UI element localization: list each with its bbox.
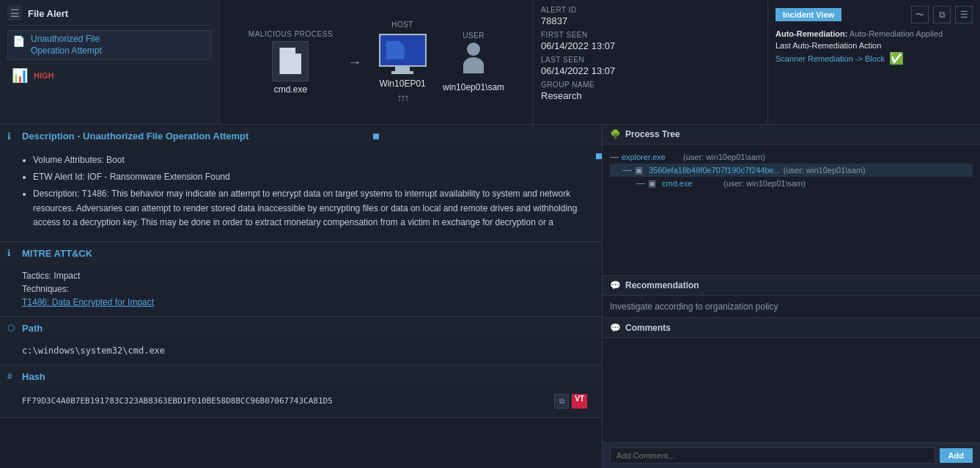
comments-icon: 💬 bbox=[610, 323, 621, 333]
scanner-remediation-link[interactable]: Scanner Remediation -> Block bbox=[775, 54, 885, 63]
hash-icon: # bbox=[7, 371, 16, 381]
comments-body bbox=[603, 338, 980, 443]
monitor-icon bbox=[377, 32, 428, 76]
mitre-header: ℹ MITRE ATT&CK bbox=[0, 242, 602, 265]
attack-flow-panel: MALICIOUS PROCESS cmd.exe → HOST Win10EP… bbox=[220, 0, 533, 124]
waveform-icon-btn[interactable]: 〜 bbox=[911, 6, 929, 23]
path-value: c:\windows\system32\cmd.exe bbox=[22, 345, 165, 356]
alert-info-panel: ☰ File Alert 📄 Unauthorized File Operati… bbox=[0, 0, 220, 124]
alert-item[interactable]: 📄 Unauthorized File Operation Attempt bbox=[7, 30, 212, 60]
first-seen-label: FIRST SEEN bbox=[541, 31, 760, 39]
user-label: USER bbox=[463, 32, 485, 40]
mitre-technique-link[interactable]: T1486: Data Encrypted for Impact bbox=[22, 297, 154, 307]
explorer-user: (user: win10ep01\sam) bbox=[683, 153, 765, 161]
recommendation-title: Recommendation bbox=[625, 280, 699, 290]
tree-item-explorer[interactable]: — explorer.exe (user: win10ep01\sam) bbox=[610, 150, 973, 164]
last-seen-label: LAST SEEN bbox=[541, 56, 760, 64]
auto-remediation-value: Auto-Remediation Applied bbox=[850, 29, 943, 38]
process-file-icon bbox=[272, 41, 309, 81]
description-title: Description - Unauthorized File Operatio… bbox=[22, 131, 248, 142]
severity-item: 📊 HIGH bbox=[7, 65, 212, 87]
bullet1: Volume Attributes: Boot bbox=[33, 153, 587, 167]
severity-label: HIGH bbox=[34, 71, 54, 80]
right-content: 🌳 Process Tree — explorer.exe (user: win… bbox=[602, 125, 980, 468]
scroll-marker bbox=[596, 153, 602, 159]
monitor-inner bbox=[386, 41, 405, 59]
description-paragraph: Description: T1486: This behavior may in… bbox=[33, 187, 587, 230]
monitor-base bbox=[391, 71, 413, 74]
flow-container: MALICIOUS PROCESS cmd.exe → HOST Win10EP… bbox=[248, 21, 504, 103]
user-avatar-icon bbox=[460, 43, 487, 79]
comments-footer: Add bbox=[603, 442, 980, 468]
auto-remediation-label: Auto-Remediation: bbox=[775, 29, 847, 38]
vt-badge[interactable]: VT bbox=[572, 394, 587, 409]
hash-actions: ⧉ VT bbox=[554, 394, 587, 409]
group-name-row: GROUP NAME Research bbox=[541, 81, 760, 101]
last-seen-row: LAST SEEN 06/14/2022 13:07 bbox=[541, 56, 760, 76]
hash-section: # Hash FF79D3C4A0B7EB191783C323AB8363EBD… bbox=[0, 365, 602, 418]
host-name: Win10EP01 bbox=[379, 78, 425, 89]
malicious-process-label: MALICIOUS PROCESS bbox=[248, 30, 333, 38]
tree-item-hash[interactable]: — ▣ 3560efa18b48f0e707f190c7f244be... (u… bbox=[610, 164, 973, 177]
flow-arrows-down: ↑↑↑ bbox=[397, 92, 408, 103]
comments-section: 💬 Comments Add bbox=[603, 318, 980, 469]
severity-icon: 📊 bbox=[12, 67, 28, 84]
hash-value: FF79D3C4A0B7EB191783C323AB8363EBD1FD10BE… bbox=[22, 396, 548, 406]
recommendation-section: 💬 Recommendation Investigate according t… bbox=[603, 276, 980, 318]
mitre-body: Tactics: Impact Techniques: T1486: Data … bbox=[0, 265, 602, 316]
tree-cmd-box-icon: ▣ bbox=[648, 178, 656, 189]
host-label: HOST bbox=[391, 21, 413, 29]
group-name-label: GROUP NAME bbox=[541, 81, 760, 89]
file-icon: 📄 bbox=[12, 35, 25, 47]
tree-item-cmd[interactable]: — ▣ cmd.exe (user: win10ep01\sam) bbox=[610, 177, 973, 190]
bullet3: Description: T1486: This behavior may in… bbox=[33, 187, 587, 230]
add-comment-button[interactable]: Add bbox=[940, 448, 973, 463]
path-section: ⬡ Path c:\windows\system32\cmd.exe bbox=[0, 317, 602, 365]
user-node: USER win10ep01\sam bbox=[443, 32, 504, 92]
recommendation-header: 💬 Recommendation bbox=[603, 276, 980, 296]
user-body bbox=[463, 57, 484, 73]
host-node: HOST Win10EP01 ↑↑↑ bbox=[377, 21, 428, 103]
first-seen-value: 06/14/2022 13:07 bbox=[541, 40, 760, 51]
cmd-process-name: cmd.exe bbox=[662, 179, 721, 188]
incident-panel: Incident View 〜 ⧉ ☰ Auto-Remediation: Au… bbox=[767, 0, 980, 124]
copy-icon-btn[interactable]: ⧉ bbox=[933, 6, 951, 23]
recommendation-body: Investigate according to organization po… bbox=[603, 296, 980, 318]
path-header: ⬡ Path bbox=[0, 317, 602, 340]
alert-line2: Operation Attempt bbox=[31, 45, 102, 57]
process-tree-header: 🌳 Process Tree bbox=[603, 125, 980, 145]
hash-process-user: (user: win10ep01\sam) bbox=[784, 166, 866, 175]
recommendation-icon: 💬 bbox=[610, 280, 621, 290]
tree-dash-2: — bbox=[636, 178, 645, 189]
list-icon-btn[interactable]: ☰ bbox=[955, 6, 973, 23]
tree-dash-0: — bbox=[610, 152, 619, 162]
last-seen-value: 06/14/2022 13:07 bbox=[541, 65, 760, 76]
explorer-process-name: explorer.exe bbox=[622, 153, 680, 161]
file-alert-icon: ☰ bbox=[7, 6, 22, 21]
group-name-value: Research bbox=[541, 90, 760, 101]
tactics-value: Impact bbox=[54, 271, 80, 281]
incident-header: Incident View 〜 ⧉ ☰ bbox=[775, 6, 973, 23]
description-body: Volume Attributes: Boot ETW Alert Id: IO… bbox=[0, 147, 602, 241]
left-content: ℹ Description - Unauthorized File Operat… bbox=[0, 125, 602, 468]
incident-view-button[interactable]: Incident View bbox=[775, 8, 841, 21]
alert-id-label: ALERT ID bbox=[541, 6, 760, 14]
malicious-process-name: cmd.exe bbox=[274, 84, 307, 95]
malicious-process-node: MALICIOUS PROCESS cmd.exe bbox=[248, 30, 333, 95]
description-header: ℹ Description - Unauthorized File Operat… bbox=[0, 125, 602, 147]
process-tree-title: Process Tree bbox=[625, 129, 680, 139]
mitre-section: ℹ MITRE ATT&CK Tactics: Impact Technique… bbox=[0, 242, 602, 317]
hash-body: FF79D3C4A0B7EB191783C323AB8363EBD1FD10BE… bbox=[0, 388, 602, 417]
copy-hash-button[interactable]: ⧉ bbox=[554, 394, 569, 409]
auto-remediation-row: Auto-Remediation: Auto-Remediation Appli… bbox=[775, 29, 973, 38]
mitre-title: MITRE ATT&CK bbox=[22, 248, 92, 259]
green-check-icon: ✅ bbox=[889, 51, 904, 65]
cmd-process-user: (user: win10ep01\sam) bbox=[723, 179, 806, 188]
alert-id-value: 78837 bbox=[541, 15, 760, 26]
hash-title: Hash bbox=[22, 371, 45, 382]
add-comment-input[interactable] bbox=[610, 447, 935, 464]
user-head bbox=[467, 43, 480, 56]
tactics-label: Tactics: bbox=[22, 271, 51, 281]
alert-id-row: ALERT ID 78837 bbox=[541, 6, 760, 26]
mitre-icon: ℹ bbox=[7, 248, 16, 258]
